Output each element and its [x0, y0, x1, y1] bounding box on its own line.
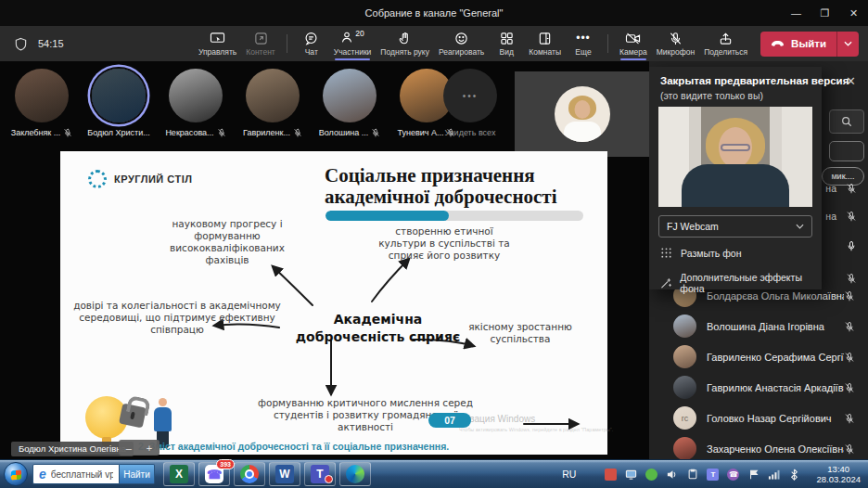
branch-science: науковому прогресу і формуванню висококв…: [148, 218, 306, 267]
participant-name: Захарченко Олена Олексіївна: [707, 443, 844, 455]
manage-icon: [210, 32, 225, 45]
slide-caption: 2. Зміст академічної доброчесності та її…: [138, 441, 449, 452]
search-input[interactable]: e бесплатный vpn: [32, 464, 120, 484]
meeting-stage: Заклебняк ...Бодюл Христи...Некрасова...…: [0, 61, 649, 459]
minimize-icon[interactable]: —: [782, 0, 811, 26]
camera-button[interactable]: Камера: [615, 26, 652, 61]
presenter-tile[interactable]: [515, 71, 649, 157]
branch-trust: довірі та колегіальності в академічному …: [70, 300, 285, 336]
close-icon[interactable]: ✕: [839, 0, 868, 26]
window-controls: — ❐ ✕: [782, 0, 868, 26]
page-number-badge: 07: [428, 413, 471, 428]
participants-icon: [340, 31, 353, 45]
participants-button[interactable]: 20 Участники: [329, 26, 377, 61]
tray-volume-icon[interactable]: [666, 469, 678, 481]
react-button[interactable]: Реагировать: [434, 26, 489, 61]
panel-button-fragment[interactable]: [829, 141, 864, 161]
maximize-icon[interactable]: ❐: [811, 0, 839, 26]
participant-row[interactable]: Волошина Діана Ігорівна: [649, 311, 868, 341]
hidden-row-fragment: на: [825, 211, 857, 222]
avatar: [673, 345, 696, 368]
blur-icon: [660, 247, 672, 259]
more-button[interactable]: ••• Еще: [566, 26, 601, 61]
mic-muted-icon: [844, 352, 855, 363]
edge-app-button[interactable]: [339, 462, 371, 486]
windows-watermark-line2: Чтобы активировать Windows, перейдите в …: [459, 427, 613, 432]
presenter-name-tag: Бодюл Христина Олегівна: [11, 442, 134, 456]
raise-hand-button[interactable]: Поднять руку: [376, 26, 434, 61]
search-go-button[interactable]: Найти: [120, 464, 155, 484]
viber-app-button[interactable]: ☎ 393: [198, 462, 230, 486]
background-effects-option[interactable]: Дополнительные эффекты фона: [660, 272, 822, 294]
participant-tile[interactable]: Некрасова...: [161, 69, 230, 137]
participant-name: Гаврилюк Анастасія Аркадіївна: [707, 382, 844, 393]
participants-panel: ✕ мик.... на на Болдарєва Ольга Миколаїв…: [649, 61, 868, 459]
excel-app-button[interactable]: X: [163, 462, 195, 486]
participant-row[interactable]: Гавриленко Серафима Сергіївна: [649, 341, 868, 372]
mic-muted-icon: [293, 128, 302, 137]
tray-app-icon[interactable]: [645, 469, 657, 481]
zoom-out-button[interactable]: –: [126, 443, 132, 454]
chevron-down-icon: [796, 224, 804, 229]
tray-network-icon[interactable]: [768, 469, 780, 481]
leave-options-button[interactable]: [836, 32, 859, 57]
camera-select[interactable]: FJ Webcam: [658, 215, 812, 238]
avatar: [15, 69, 69, 122]
participant-name: Некрасова...: [165, 128, 213, 137]
preview-title: Закрытая предварительная версия: [660, 75, 849, 86]
slide-logo: КРУГЛИЙ СТІЛ: [88, 170, 192, 188]
avatar: [673, 437, 696, 459]
slide-zoom-controls: – +: [119, 440, 160, 456]
mic-button[interactable]: Микрофон: [652, 26, 699, 61]
manage-button[interactable]: Управлять: [194, 26, 241, 61]
view-button[interactable]: Вид: [489, 26, 524, 61]
zoom-in-button[interactable]: +: [147, 443, 152, 454]
participants-count: 20: [355, 29, 364, 38]
title-underline-bar: [326, 211, 583, 221]
taskbar-clock[interactable]: 13:40 28.03.2024: [816, 464, 861, 485]
content-button[interactable]: Контент: [241, 26, 280, 61]
hangup-icon: [771, 40, 785, 48]
tray-bluetooth-icon[interactable]: [788, 469, 800, 481]
more-icon: •••: [576, 31, 591, 45]
participants-list: Болдарєва Ольга МиколаївнаВолошина Діана…: [649, 280, 868, 459]
participant-row[interactable]: Захарченко Олена Олексіївна: [649, 433, 868, 459]
tray-flag-icon[interactable]: [747, 469, 760, 481]
tray-app-icon[interactable]: [605, 469, 617, 481]
tray-teams-icon[interactable]: T: [707, 469, 719, 481]
hidden-row-fragment: [846, 240, 857, 251]
participant-tile[interactable]: Гавриленк...: [238, 69, 307, 137]
chat-button[interactable]: Чат: [294, 26, 329, 61]
participant-tile[interactable]: Бодюл Христи...: [84, 69, 153, 137]
tray-viber-icon[interactable]: ☎: [727, 469, 739, 481]
participant-tile[interactable]: Заклебняк ...: [7, 69, 76, 137]
start-button[interactable]: [4, 462, 28, 486]
edge-icon: [346, 465, 364, 483]
word-app-button[interactable]: W: [269, 462, 300, 486]
leave-button[interactable]: Выйти: [760, 32, 859, 57]
participant-name: Гавриленк...: [243, 128, 290, 137]
teams-app-button[interactable]: T: [304, 462, 336, 486]
rooms-button[interactable]: Комнаты: [524, 26, 566, 61]
tray-clipboard-icon[interactable]: [686, 469, 698, 481]
blur-background-option[interactable]: Размыть фон: [660, 247, 741, 259]
participant-row[interactable]: Гаврилюк Анастасія Аркадіївна: [649, 372, 868, 403]
participant-row[interactable]: гсГоловко Назар Сергійович: [649, 403, 868, 433]
search-input-fragment[interactable]: [829, 109, 864, 134]
tray-monitor-icon[interactable]: [625, 469, 637, 481]
hidden-row-fragment: на: [825, 183, 857, 194]
see-all-tile[interactable]: ••• Увидеть всех: [436, 69, 504, 137]
participant-tile[interactable]: Волошина ...: [315, 69, 384, 137]
language-indicator[interactable]: RU: [562, 469, 576, 480]
rooms-icon: [538, 32, 552, 45]
mic-muted-icon: [846, 183, 857, 194]
participant-name: Волошина Діана Ігорівна: [707, 321, 844, 332]
mic-muted-icon: [844, 443, 855, 455]
share-button[interactable]: Поделиться: [699, 26, 752, 61]
chrome-app-button[interactable]: [234, 462, 265, 486]
see-all-label: Увидеть всех: [445, 128, 496, 137]
viber-badge: 393: [216, 459, 235, 469]
avatar: [673, 315, 696, 338]
mic-muted-icon: [846, 211, 857, 222]
chevron-down-icon: [844, 41, 852, 46]
